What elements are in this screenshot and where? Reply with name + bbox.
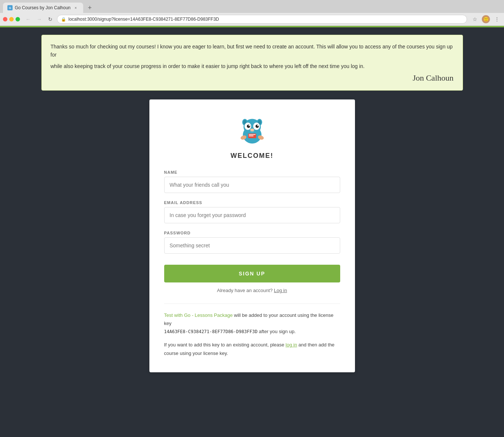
forward-button[interactable]: → — [35, 15, 44, 24]
welcome-banner: Thanks so much for checking out my cours… — [41, 35, 463, 91]
browser-toolbar: ← → ↻ 🔒 localhost:3000/signup?license=14… — [0, 13, 504, 26]
login-prompt: Already have an account? Log in — [164, 288, 340, 293]
traffic-light-green[interactable] — [16, 17, 20, 21]
tab-bar: G Go Courses by Jon Calhoun × + — [0, 0, 504, 13]
svg-point-13 — [257, 125, 258, 126]
browser-chrome: G Go Courses by Jon Calhoun × + ← → ↻ 🔒 … — [0, 0, 504, 26]
tab-close-button[interactable]: × — [73, 5, 79, 11]
existing-login-link[interactable]: log in — [285, 342, 297, 348]
svg-point-10 — [247, 125, 250, 128]
bookmark-icon[interactable]: ☆ — [471, 15, 479, 23]
email-input[interactable] — [164, 207, 340, 223]
traffic-lights — [3, 17, 20, 21]
course-info: Test with Go - Lessons Package will be a… — [164, 311, 340, 357]
signup-card: WELCOME! NAME EMAIL ADDRESS PASSWORD SIG… — [149, 99, 355, 372]
license-key: 14A63FE8-C9384271-8EF77D86-D983FF3D — [164, 329, 258, 334]
svg-rect-16 — [249, 134, 256, 135]
name-form-group: NAME — [164, 170, 340, 193]
back-button[interactable]: ← — [24, 15, 33, 24]
login-link[interactable]: Log in — [274, 288, 287, 293]
password-form-group: PASSWORD — [164, 231, 340, 254]
page-content: Thanks so much for checking out my cours… — [0, 27, 504, 387]
address-bar[interactable]: 🔒 localhost:3000/signup?license=14A63FE8… — [57, 15, 467, 24]
tab-favicon: G — [7, 5, 13, 10]
name-label: NAME — [164, 170, 340, 175]
password-label: PASSWORD — [164, 231, 340, 235]
menu-icon[interactable]: ⋮ — [493, 15, 501, 23]
name-input[interactable] — [164, 177, 340, 193]
banner-text-line2: while also keeping track of your course … — [51, 62, 454, 70]
signature: Jon Calhoun — [51, 73, 454, 83]
password-input[interactable] — [164, 237, 340, 254]
active-tab[interactable]: G Go Courses by Jon Calhoun × — [3, 3, 83, 13]
svg-point-12 — [248, 125, 250, 126]
lock-icon: 🔒 — [61, 17, 66, 22]
new-tab-button[interactable]: + — [85, 3, 95, 13]
course-license-text: Test with Go - Lessons Package will be a… — [164, 311, 340, 336]
traffic-light-red[interactable] — [3, 17, 7, 21]
svg-point-14 — [250, 129, 254, 131]
divider — [164, 304, 340, 304]
user-avatar[interactable]: 🙂 — [482, 15, 490, 23]
welcome-title: WELCOME! — [164, 152, 340, 160]
existing-account-text: If you want to add this key to an existi… — [164, 341, 340, 357]
url-text: localhost:3000/signup?license=14A63FE8-C… — [68, 17, 219, 22]
gopher-illustration — [236, 114, 269, 148]
signup-button[interactable]: SIGN UP — [164, 265, 340, 282]
toolbar-actions: ☆ 🙂 ⋮ — [471, 15, 501, 23]
tab-title: Go Courses by Jon Calhoun — [15, 5, 71, 10]
banner-text-line1: Thanks so much for checking out my cours… — [51, 43, 454, 59]
svg-point-11 — [256, 125, 259, 128]
refresh-button[interactable]: ↻ — [46, 15, 55, 24]
email-label: EMAIL ADDRESS — [164, 200, 340, 205]
email-form-group: EMAIL ADDRESS — [164, 200, 340, 223]
course-name: Test with Go - Lessons Package — [164, 312, 233, 318]
svg-rect-17 — [249, 136, 254, 136]
traffic-light-yellow[interactable] — [9, 17, 14, 21]
gopher-container — [164, 114, 340, 148]
